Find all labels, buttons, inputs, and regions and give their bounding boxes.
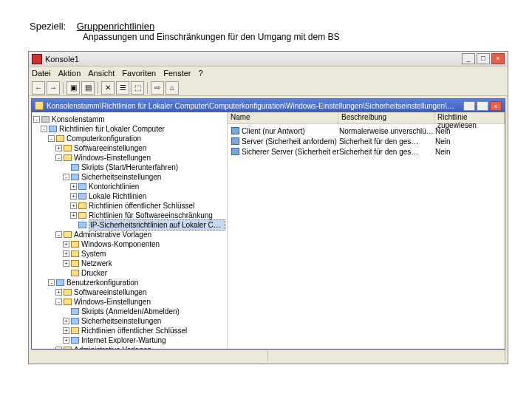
expander-icon[interactable]: + [63, 327, 69, 334]
tree-item[interactable]: +System [33, 249, 225, 259]
tree-item[interactable]: -Administrative Vorlagen [33, 230, 225, 239]
expander-icon[interactable]: + [55, 289, 62, 296]
expander-icon[interactable]: - [55, 231, 62, 238]
list-header[interactable]: Name Beschreibung Richtlinie zugewiesen [228, 112, 505, 124]
expander-icon[interactable]: + [63, 250, 69, 257]
tree-item[interactable]: -Benutzerkonfiguration [33, 278, 225, 287]
inner-titlebar[interactable]: Konsolenstamm\Richtlinien für Lokaler Co… [32, 99, 505, 112]
export-button[interactable]: ☰ [116, 81, 129, 95]
tree-item[interactable]: Drucker [33, 268, 225, 278]
tree-item[interactable]: +Softwareeinstellungen [33, 143, 225, 153]
tree-label: Richtlinien öffentlicher Schlüssel [89, 201, 194, 211]
list-body[interactable]: Client (nur Antwort)Normalerweise unvers… [228, 124, 505, 158]
props-button[interactable]: ⬚ [131, 81, 144, 95]
tree-item[interactable]: +Softwareeinstellungen [33, 287, 225, 297]
col-assigned[interactable]: Richtlinie zugewiesen [434, 112, 505, 123]
inner-path: Konsolenstamm\Richtlinien für Lokaler Co… [47, 102, 462, 110]
show-button[interactable]: ▤ [81, 81, 95, 95]
tree-item[interactable]: +Windows-Komponenten [33, 239, 225, 249]
up-button[interactable]: ▣ [66, 81, 80, 95]
expander-icon[interactable]: - [48, 135, 55, 142]
refresh-button[interactable]: ✕ [101, 81, 115, 95]
expander-icon[interactable]: + [70, 202, 77, 209]
tree-item[interactable]: +Kontorichtlinien [33, 182, 225, 191]
folder-icon [71, 164, 79, 171]
expander-icon[interactable]: - [63, 174, 69, 180]
tree-item[interactable]: +Sicherheitseinstellungen [33, 316, 225, 326]
tree-item[interactable]: +Internet Explorer-Wartung [33, 335, 225, 345]
back-button[interactable]: ← [32, 81, 45, 95]
list-row[interactable]: Client (nur Antwort)Normalerweise unvers… [229, 126, 503, 136]
expander-icon[interactable]: - [48, 279, 55, 286]
folder-icon [64, 299, 72, 305]
tree-item[interactable]: -Sicherheitseinstellungen [33, 172, 225, 182]
close-button[interactable]: × [491, 53, 505, 64]
folder-icon [71, 241, 79, 248]
tree-item[interactable]: Skripts (Anmelden/Abmelden) [33, 307, 225, 316]
expander-icon[interactable]: + [70, 183, 77, 190]
list-pane: Name Beschreibung Richtlinie zugewiesen … [228, 112, 505, 349]
tool-b-button[interactable]: ⌂ [166, 81, 179, 95]
tree-label: Benutzerkonfiguration [66, 278, 138, 287]
expander-icon[interactable]: - [33, 116, 40, 123]
mdi-minimize-button[interactable]: _ [463, 101, 475, 111]
tool-a-button[interactable]: ⇨ [151, 81, 164, 95]
expander-icon[interactable]: - [41, 126, 47, 132]
expander-icon[interactable]: + [70, 212, 77, 219]
tree-pane[interactable]: -Konsolenstamm-Richtlinien für Lokaler C… [32, 112, 228, 349]
tree-item[interactable]: +Richtlinien öffentlicher Schlüssel [33, 201, 225, 211]
col-desc[interactable]: Beschreibung [338, 112, 434, 123]
tree-item[interactable]: +Richtlinien öffentlicher Schlüssel [33, 326, 225, 335]
expander-icon[interactable]: + [63, 318, 69, 324]
col-name[interactable]: Name [228, 112, 338, 123]
minimize-button[interactable]: _ [462, 53, 475, 64]
mdi-restore-button[interactable]: □ [477, 101, 488, 111]
menu-help[interactable]: ? [199, 69, 203, 78]
menu-action[interactable]: Aktion [58, 69, 81, 78]
header-sub: Anpassungen und Einschränkungen für den … [83, 32, 510, 42]
tree-label: IP-Sicherheitsrichtlinien auf Lokaler Co… [89, 219, 225, 231]
outer-titlebar[interactable]: Konsole1 _ □ × [29, 52, 508, 66]
expander-icon[interactable]: + [63, 260, 69, 267]
list-row[interactable]: Server (Sicherheit anfordern)Sicherheit … [229, 136, 503, 146]
folder-icon [64, 154, 72, 161]
tree-item[interactable]: -Administrative Vorlagen [33, 345, 225, 349]
expander-icon[interactable]: + [63, 337, 69, 344]
folder-icon [41, 116, 50, 123]
tree-item[interactable]: -Windows-Einstellungen [33, 153, 225, 163]
expander-icon[interactable]: - [55, 299, 62, 305]
expander-icon[interactable]: - [55, 347, 62, 349]
menu-view[interactable]: Ansicht [88, 69, 115, 78]
folder-icon [71, 318, 79, 324]
expander-icon[interactable]: + [70, 193, 77, 200]
maximize-button[interactable]: □ [477, 53, 490, 64]
folder-icon [64, 347, 72, 349]
tree-item[interactable]: -Richtlinien für Lokaler Computer [33, 124, 225, 134]
folder-icon [78, 193, 86, 200]
menu-file[interactable]: Datei [32, 69, 51, 78]
tree-item[interactable]: +Lokale Richtlinien [33, 191, 225, 201]
app-icon [32, 54, 42, 64]
policy-icon [231, 127, 239, 134]
mdi-close-button[interactable]: × [490, 101, 502, 111]
folder-icon [64, 145, 72, 151]
menu-fav[interactable]: Favoriten [122, 69, 156, 78]
menu-window[interactable]: Fenster [163, 69, 191, 78]
tree-label: Windows-Einstellungen [74, 297, 151, 307]
folder-icon [78, 183, 86, 190]
tree-item[interactable]: -Computerkonfiguration [33, 134, 225, 143]
expander-icon[interactable]: - [55, 154, 62, 161]
expander-icon[interactable]: + [55, 145, 62, 151]
forward-button[interactable]: → [47, 81, 60, 95]
tree-item[interactable]: -Windows-Einstellungen [33, 297, 225, 307]
tree-item[interactable]: -Konsolenstamm [33, 115, 225, 124]
folder-icon [71, 337, 79, 344]
tree-item[interactable]: Skripts (Start/Herunterfahren) [33, 163, 225, 172]
tree-item[interactable]: +Netzwerk [33, 259, 225, 268]
expander-icon[interactable]: + [63, 241, 69, 248]
folder-icon [64, 289, 72, 296]
folder-icon [78, 212, 86, 219]
list-row[interactable]: Sicherer Server (Sicherheit erforderlich… [229, 146, 503, 157]
tree-item[interactable]: IP-Sicherheitsrichtlinien auf Lokaler Co… [33, 220, 225, 230]
tree-label: Richtlinien öffentlicher Schlüssel [81, 326, 187, 335]
